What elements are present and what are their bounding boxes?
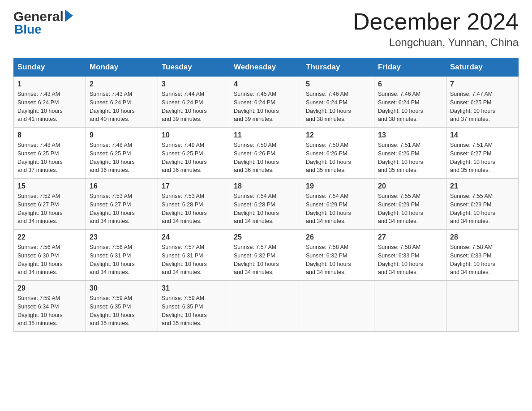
column-header-wednesday: Wednesday [230,58,302,77]
day-info: Sunrise: 7:53 AMSunset: 6:27 PMDaylight:… [90,192,154,226]
calendar-table: SundayMondayTuesdayWednesdayThursdayFrid… [13,58,519,332]
calendar-cell: 12Sunrise: 7:50 AMSunset: 6:26 PMDayligh… [302,128,374,179]
day-number: 6 [378,80,442,88]
calendar-cell: 1Sunrise: 7:43 AMSunset: 6:24 PMDaylight… [14,77,86,128]
calendar-cell: 19Sunrise: 7:54 AMSunset: 6:29 PMDayligh… [302,179,374,230]
calendar-cell: 16Sunrise: 7:53 AMSunset: 6:27 PMDayligh… [86,179,158,230]
day-info: Sunrise: 7:46 AMSunset: 6:24 PMDaylight:… [378,90,442,124]
column-header-sunday: Sunday [14,58,86,77]
calendar-cell: 11Sunrise: 7:50 AMSunset: 6:26 PMDayligh… [230,128,302,179]
day-number: 14 [450,131,515,139]
day-info: Sunrise: 7:51 AMSunset: 6:27 PMDaylight:… [450,141,515,175]
column-header-thursday: Thursday [302,58,374,77]
logo-general-text: General [13,9,64,24]
calendar-cell: 3Sunrise: 7:44 AMSunset: 6:24 PMDaylight… [158,77,230,128]
calendar-cell [302,281,374,332]
day-number: 1 [17,80,82,88]
day-number: 3 [162,80,226,88]
day-number: 16 [90,182,154,190]
day-number: 26 [306,233,370,241]
calendar-cell: 21Sunrise: 7:55 AMSunset: 6:29 PMDayligh… [446,179,519,230]
day-info: Sunrise: 7:57 AMSunset: 6:31 PMDaylight:… [162,243,226,277]
day-number: 25 [234,233,298,241]
page-title: December 2024 [353,9,519,34]
page-subtitle: Longchuan, Yunnan, China [353,36,519,49]
column-header-tuesday: Tuesday [158,58,230,77]
calendar-cell: 31Sunrise: 7:59 AMSunset: 6:35 PMDayligh… [158,281,230,332]
day-info: Sunrise: 7:58 AMSunset: 6:32 PMDaylight:… [306,243,370,277]
calendar-cell: 29Sunrise: 7:59 AMSunset: 6:34 PMDayligh… [14,281,86,332]
day-number: 5 [306,80,370,88]
day-info: Sunrise: 7:49 AMSunset: 6:25 PMDaylight:… [162,141,226,175]
calendar-cell: 18Sunrise: 7:54 AMSunset: 6:28 PMDayligh… [230,179,302,230]
day-number: 2 [90,80,154,88]
day-number: 22 [17,233,82,241]
day-info: Sunrise: 7:52 AMSunset: 6:27 PMDaylight:… [17,192,82,226]
calendar-cell: 24Sunrise: 7:57 AMSunset: 6:31 PMDayligh… [158,230,230,281]
day-number: 7 [450,80,515,88]
day-number: 19 [306,182,370,190]
calendar-week-row: 29Sunrise: 7:59 AMSunset: 6:34 PMDayligh… [14,281,519,332]
day-number: 17 [162,182,226,190]
day-info: Sunrise: 7:53 AMSunset: 6:28 PMDaylight:… [162,192,226,226]
calendar-cell: 25Sunrise: 7:57 AMSunset: 6:32 PMDayligh… [230,230,302,281]
day-number: 8 [17,131,82,139]
day-number: 24 [162,233,226,241]
day-number: 12 [306,131,370,139]
day-info: Sunrise: 7:48 AMSunset: 6:25 PMDaylight:… [90,141,154,175]
calendar-cell: 13Sunrise: 7:51 AMSunset: 6:26 PMDayligh… [374,128,446,179]
calendar-cell [446,281,519,332]
day-info: Sunrise: 7:56 AMSunset: 6:30 PMDaylight:… [17,243,82,277]
day-info: Sunrise: 7:57 AMSunset: 6:32 PMDaylight:… [234,243,298,277]
calendar-week-row: 1Sunrise: 7:43 AMSunset: 6:24 PMDaylight… [14,77,519,128]
logo-blue-text: Blue [14,23,73,37]
page-header: General Blue December 2024 Longchuan, Yu… [13,9,519,49]
day-number: 15 [17,182,82,190]
calendar-cell: 10Sunrise: 7:49 AMSunset: 6:25 PMDayligh… [158,128,230,179]
calendar-cell: 22Sunrise: 7:56 AMSunset: 6:30 PMDayligh… [14,230,86,281]
day-number: 31 [162,284,226,292]
day-info: Sunrise: 7:59 AMSunset: 6:34 PMDaylight:… [17,294,82,328]
day-info: Sunrise: 7:50 AMSunset: 6:26 PMDaylight:… [234,141,298,175]
calendar-cell: 17Sunrise: 7:53 AMSunset: 6:28 PMDayligh… [158,179,230,230]
calendar-header-row: SundayMondayTuesdayWednesdayThursdayFrid… [14,58,519,77]
column-header-saturday: Saturday [446,58,519,77]
day-info: Sunrise: 7:59 AMSunset: 6:35 PMDaylight:… [162,294,226,328]
day-info: Sunrise: 7:54 AMSunset: 6:29 PMDaylight:… [306,192,370,226]
day-number: 27 [378,233,442,241]
day-info: Sunrise: 7:54 AMSunset: 6:28 PMDaylight:… [234,192,298,226]
calendar-cell: 30Sunrise: 7:59 AMSunset: 6:35 PMDayligh… [86,281,158,332]
day-number: 23 [90,233,154,241]
day-number: 11 [234,131,298,139]
calendar-cell: 15Sunrise: 7:52 AMSunset: 6:27 PMDayligh… [14,179,86,230]
logo: General Blue [13,9,73,37]
day-number: 20 [378,182,442,190]
day-info: Sunrise: 7:58 AMSunset: 6:33 PMDaylight:… [450,243,515,277]
day-info: Sunrise: 7:43 AMSunset: 6:24 PMDaylight:… [17,90,82,124]
calendar-cell: 6Sunrise: 7:46 AMSunset: 6:24 PMDaylight… [374,77,446,128]
day-number: 29 [17,284,82,292]
calendar-cell: 27Sunrise: 7:58 AMSunset: 6:33 PMDayligh… [374,230,446,281]
day-info: Sunrise: 7:48 AMSunset: 6:25 PMDaylight:… [17,141,82,175]
day-info: Sunrise: 7:46 AMSunset: 6:24 PMDaylight:… [306,90,370,124]
calendar-cell: 9Sunrise: 7:48 AMSunset: 6:25 PMDaylight… [86,128,158,179]
calendar-cell: 14Sunrise: 7:51 AMSunset: 6:27 PMDayligh… [446,128,519,179]
day-number: 18 [234,182,298,190]
day-info: Sunrise: 7:47 AMSunset: 6:25 PMDaylight:… [450,90,515,124]
calendar-cell: 23Sunrise: 7:56 AMSunset: 6:31 PMDayligh… [86,230,158,281]
day-info: Sunrise: 7:55 AMSunset: 6:29 PMDaylight:… [450,192,515,226]
day-info: Sunrise: 7:55 AMSunset: 6:29 PMDaylight:… [378,192,442,226]
calendar-week-row: 8Sunrise: 7:48 AMSunset: 6:25 PMDaylight… [14,128,519,179]
calendar-cell: 28Sunrise: 7:58 AMSunset: 6:33 PMDayligh… [446,230,519,281]
day-info: Sunrise: 7:43 AMSunset: 6:24 PMDaylight:… [90,90,154,124]
day-number: 13 [378,131,442,139]
day-info: Sunrise: 7:50 AMSunset: 6:26 PMDaylight:… [306,141,370,175]
calendar-cell: 20Sunrise: 7:55 AMSunset: 6:29 PMDayligh… [374,179,446,230]
day-number: 21 [450,182,515,190]
day-number: 4 [234,80,298,88]
calendar-cell: 4Sunrise: 7:45 AMSunset: 6:24 PMDaylight… [230,77,302,128]
day-number: 9 [90,131,154,139]
day-info: Sunrise: 7:59 AMSunset: 6:35 PMDaylight:… [90,294,154,328]
calendar-cell [374,281,446,332]
calendar-cell: 7Sunrise: 7:47 AMSunset: 6:25 PMDaylight… [446,77,519,128]
